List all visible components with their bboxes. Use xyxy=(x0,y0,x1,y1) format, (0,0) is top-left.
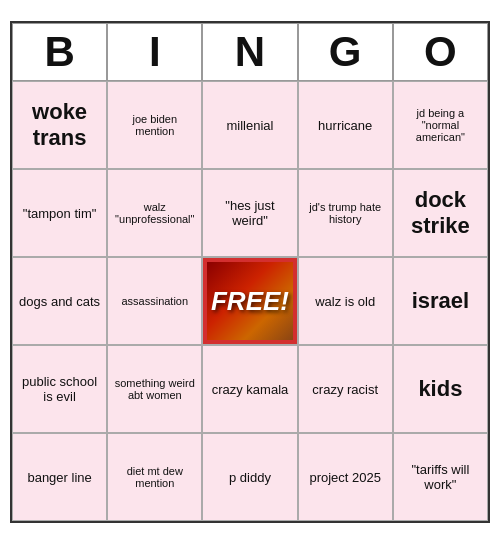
bingo-cell-1: joe biden mention xyxy=(107,81,202,169)
bingo-cell-9: dock strike xyxy=(393,169,488,257)
bingo-cell-6: walz "unprofessional" xyxy=(107,169,202,257)
bingo-cell-23: project 2025 xyxy=(298,433,393,521)
bingo-cell-15: public school is evil xyxy=(12,345,107,433)
bingo-cell-13: walz is old xyxy=(298,257,393,345)
header-letter-o: O xyxy=(393,23,488,81)
header-letter-n: N xyxy=(202,23,297,81)
bingo-cell-4: jd being a "normal american" xyxy=(393,81,488,169)
header-letter-b: B xyxy=(12,23,107,81)
bingo-cell-24: "tariffs will work" xyxy=(393,433,488,521)
bingo-cell-11: assassination xyxy=(107,257,202,345)
bingo-cell-0: woke trans xyxy=(12,81,107,169)
bingo-cell-10: dogs and cats xyxy=(12,257,107,345)
bingo-cell-8: jd's trump hate history xyxy=(298,169,393,257)
bingo-cell-2: millenial xyxy=(202,81,297,169)
bingo-cell-17: crazy kamala xyxy=(202,345,297,433)
bingo-card: BINGO woke transjoe biden mentionmilleni… xyxy=(10,21,490,523)
bingo-cell-14: israel xyxy=(393,257,488,345)
bingo-grid: woke transjoe biden mentionmillenialhurr… xyxy=(12,81,488,521)
bingo-cell-16: something weird abt women xyxy=(107,345,202,433)
bingo-cell-7: "hes just weird" xyxy=(202,169,297,257)
bingo-cell-19: kids xyxy=(393,345,488,433)
bingo-cell-20: banger line xyxy=(12,433,107,521)
bingo-cell-3: hurricane xyxy=(298,81,393,169)
bingo-cell-21: diet mt dew mention xyxy=(107,433,202,521)
header-letter-i: I xyxy=(107,23,202,81)
bingo-cell-12: FREE! xyxy=(202,257,297,345)
bingo-cell-18: crazy racist xyxy=(298,345,393,433)
bingo-cell-5: "tampon tim" xyxy=(12,169,107,257)
bingo-header: BINGO xyxy=(12,23,488,81)
bingo-cell-22: p diddy xyxy=(202,433,297,521)
header-letter-g: G xyxy=(298,23,393,81)
